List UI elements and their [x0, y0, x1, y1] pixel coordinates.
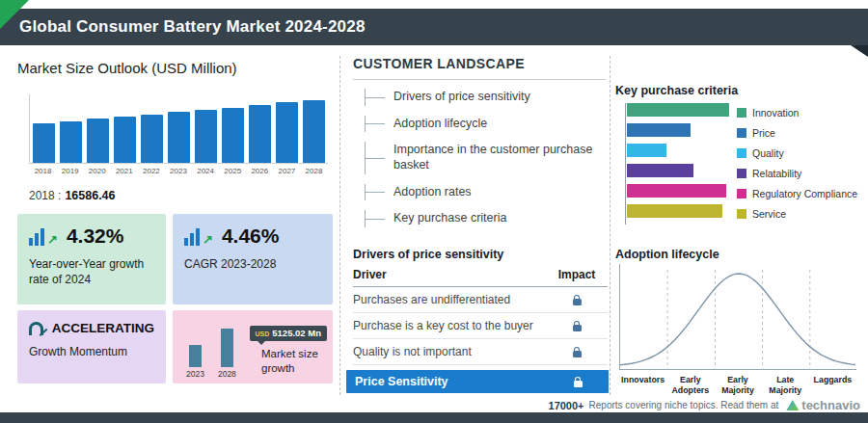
- landscape-item: Drivers of price sensitivity: [365, 87, 608, 108]
- growth-momentum-card: ACCELERATING Growth Momentum: [17, 310, 166, 383]
- customer-landscape-list: Drivers of price sensitivityAdoption lif…: [365, 87, 608, 235]
- year-label: 2024: [195, 167, 217, 175]
- key-purchase-title: Key purchase criteria: [615, 84, 738, 97]
- year-label: 2019: [59, 167, 81, 175]
- market-size-bar: [168, 112, 190, 163]
- growth-bar: [189, 345, 202, 367]
- landscape-item: Importance in the customer purchase bask…: [365, 140, 608, 175]
- adoption-lifecycle-chart: [619, 264, 856, 370]
- adoption-curve-svg: [620, 264, 857, 370]
- legend-swatch: [737, 169, 746, 178]
- technavio-logo[interactable]: technavio: [786, 398, 860, 412]
- landscape-item: Key purchase criteria: [365, 208, 608, 229]
- key-purchase-bars: [625, 103, 733, 225]
- lock-icon: [573, 299, 582, 305]
- impact-cell: [546, 295, 608, 305]
- base-year-value: 16586.46: [65, 189, 115, 202]
- landscape-item: Adoption lifecycle: [365, 114, 608, 135]
- legend-item: Price: [737, 122, 857, 143]
- technavio-wordmark: technavio: [801, 398, 860, 412]
- year-label: 2027: [276, 167, 298, 175]
- legend-item: Service: [737, 203, 857, 224]
- growth-label: Market size growth: [261, 347, 325, 376]
- impact-cell: [546, 321, 608, 331]
- market-size-bar: [141, 115, 163, 163]
- footer: 17000+ Reports covering niche topics. Re…: [549, 398, 860, 412]
- year-label: 2021: [113, 167, 135, 175]
- title-bar: Global Consumer Battery Market 2024-2028: [0, 9, 868, 45]
- growth-bar-group: 2028: [218, 329, 236, 379]
- year-label: 2022: [140, 167, 162, 175]
- legend-swatch: [737, 148, 746, 158]
- price-sensitivity-rows: Purchases are undifferentiatedPurchase i…: [353, 287, 608, 365]
- year-label: 2023: [167, 167, 189, 175]
- growth-chart-icon: ↗: [29, 226, 58, 246]
- market-size-growth-card: USD 5125.02 Mn 20232028 Market size grow…: [173, 310, 333, 383]
- legend-swatch: [737, 189, 746, 198]
- stage-label: Laggards: [809, 375, 856, 396]
- driver-label: Purchase is a key cost to the buyer: [353, 319, 533, 332]
- stage-label: Late Majority: [762, 375, 809, 396]
- legend-item: Relatability: [737, 163, 857, 183]
- criteria-bar: [627, 164, 693, 177]
- legend-swatch: [737, 209, 746, 219]
- base-year-label: 2018 :: [29, 189, 61, 202]
- landscape-item: Adoption rates: [365, 182, 608, 203]
- landscape-item-label: Importance in the customer purchase bask…: [393, 143, 608, 172]
- yoy-growth-card: ↗ 4.32% Year-over-Year growth rate of 20…: [17, 214, 166, 304]
- year-label: 2026: [249, 167, 271, 175]
- infographic-page: Global Consumer Battery Market 2024-2028…: [0, 0, 868, 423]
- market-size-bar: [60, 121, 82, 163]
- year-label: 2020: [86, 167, 108, 175]
- criteria-bar: [627, 144, 666, 157]
- price-sensitivity-highlight-row: Price Sensitivity: [346, 370, 609, 393]
- yoy-value: 4.32%: [67, 225, 124, 248]
- growth-mini-chart: 20232028: [186, 329, 236, 379]
- page-title: Global Consumer Battery Market 2024-2028: [19, 17, 366, 37]
- legend-swatch: [737, 128, 746, 138]
- cagr-card: ↗ 4.46% CAGR 2023-2028: [173, 214, 333, 304]
- growth-year-label: 2023: [186, 369, 204, 379]
- landscape-item-label: Adoption lifecycle: [393, 117, 487, 132]
- landscape-item-label: Adoption rates: [393, 185, 472, 200]
- growth-bar-group: 2023: [186, 345, 204, 379]
- lock-icon: [573, 325, 582, 331]
- stage-label: Early Adopters: [666, 375, 714, 396]
- growth-bar: [221, 329, 233, 367]
- landscape-item-label: Drivers of price sensitivity: [393, 90, 530, 105]
- market-size-bar: [87, 119, 109, 163]
- adoption-lifecycle-title: Adoption lifecycle: [615, 248, 719, 261]
- market-size-bar: [303, 100, 325, 163]
- year-label: 2018: [32, 167, 54, 175]
- criteria-bar: [627, 204, 722, 218]
- legend-item: Regulatory Compliance: [737, 183, 857, 203]
- price-sensitivity-title: Drivers of price sensitivity: [353, 248, 503, 261]
- growth-chart-icon: ↗: [184, 226, 213, 246]
- driver-label: Purchases are undifferentiated: [353, 293, 510, 306]
- legend-item: Quality: [737, 143, 857, 163]
- legend-label: Quality: [752, 147, 784, 159]
- impact-cell: [547, 377, 609, 387]
- driver-row: Quality is not important: [353, 339, 608, 365]
- report-count: 17000+: [549, 400, 584, 411]
- market-size-bar: [114, 117, 136, 163]
- customer-landscape-title: CUSTOMER LANDSCAPE: [353, 56, 606, 80]
- corner-accent-triangle: [0, 0, 29, 29]
- year-label: 2028: [303, 167, 325, 175]
- driver-row: Purchase is a key cost to the buyer: [353, 313, 608, 339]
- yoy-label: Year-over-Year growth rate of 2024: [29, 256, 154, 287]
- legend-label: Innovation: [752, 107, 799, 119]
- year-label: 2025: [222, 167, 244, 175]
- legend-label: Relatability: [752, 168, 801, 179]
- stage-label: Innovators: [619, 375, 666, 396]
- lock-icon: [573, 351, 582, 357]
- legend-label: Price: [752, 127, 775, 139]
- stage-label: Early Majority: [714, 375, 761, 396]
- cagr-label: CAGR 2023-2028: [184, 256, 321, 272]
- bell-curve-line: [620, 274, 855, 365]
- driver-row: Purchases are undifferentiated: [353, 287, 608, 313]
- legend-label: Regulatory Compliance: [752, 188, 857, 199]
- badge-currency: USD: [256, 330, 270, 337]
- growth-year-label: 2028: [218, 369, 236, 379]
- momentum-value: ACCELERATING: [52, 321, 154, 335]
